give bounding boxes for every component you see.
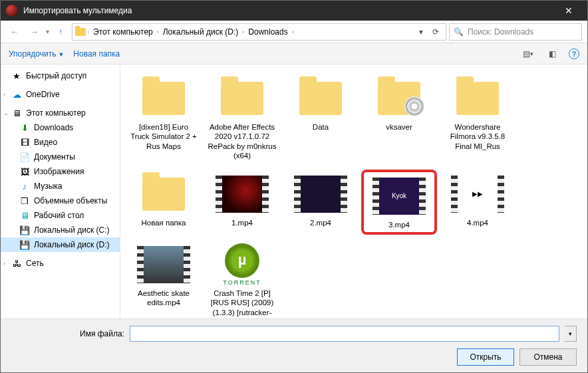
file-item-label: 4.mp4 — [467, 218, 488, 227]
sidebar-item-videos[interactable]: 🎞Видео — [1, 135, 120, 150]
file-item-label: Wondershare Filmora v9.3.5.8 Final MI_Ru… — [443, 122, 512, 151]
folder-icon — [372, 77, 426, 120]
chevron-right-icon[interactable]: › — [3, 91, 5, 98]
chevron-right-icon[interactable]: › — [3, 260, 5, 267]
file-item-label: Data — [313, 122, 329, 132]
file-item-label: [dixen18] Euro Truck Simulator 2 + Rus M… — [129, 122, 198, 151]
back-button[interactable]: ← — [6, 23, 23, 41]
sidebar-this-pc[interactable]: ⌄🖥Этот компьютер — [1, 106, 120, 120]
file-item[interactable]: 2.mp4 — [283, 170, 359, 235]
file-item[interactable]: Wondershare Filmora v9.3.5.8 Final MI_Ru… — [440, 74, 515, 164]
file-item-label: Aesthetic skate edits.mp4 — [129, 289, 198, 308]
folder-icon — [451, 77, 504, 120]
file-item[interactable]: [dixen18] Euro Truck Simulator 2 + Rus M… — [126, 74, 202, 164]
file-item[interactable]: ▶▶4.mp4 — [440, 170, 515, 235]
breadcrumb-segment[interactable]: Downloads — [245, 27, 290, 37]
music-icon: ♪ — [19, 181, 30, 191]
video-icon: 🎞 — [19, 137, 30, 148]
sidebar-onedrive[interactable]: ›☁OneDrive — [1, 87, 120, 102]
file-item-label: Crash Time 2 [P] [RUS RUS] (2009) (1.3.3… — [208, 289, 277, 318]
navigation-pane: ★Быстрый доступ ›☁OneDrive ⌄🖥Этот компью… — [1, 64, 120, 318]
sidebar-item-drive-c[interactable]: 💾Локальный диск (C:) — [1, 223, 120, 237]
chevron-right-icon: › — [292, 29, 294, 35]
breadcrumb-segment[interactable]: Этот компьютер — [90, 27, 156, 37]
download-icon: ⬇ — [19, 122, 30, 133]
up-button[interactable]: ↑ — [52, 23, 69, 41]
chevron-right-icon: › — [242, 29, 244, 35]
sidebar-item-drive-d[interactable]: 💾Локальный диск (D:) — [1, 237, 120, 252]
desktop-icon: 🖥 — [19, 210, 30, 221]
sidebar-item-music[interactable]: ♪Музыка — [1, 179, 120, 193]
search-box[interactable]: 🔍 Поиск: Downloads — [449, 23, 582, 41]
titlebar[interactable]: Импортировать мультимедиа ✕ — [1, 1, 587, 21]
close-button[interactable]: ✕ — [555, 5, 582, 16]
breadcrumb-segment[interactable]: Локальный диск (D:) — [160, 27, 241, 37]
folder-icon — [75, 28, 86, 36]
drive-icon: 💾 — [19, 225, 30, 235]
sidebar-item-downloads[interactable]: ⬇Downloads — [1, 120, 120, 135]
address-bar[interactable]: › Этот компьютер › Локальный диск (D:) ›… — [72, 23, 446, 41]
view-options-button[interactable]: ▤▾ — [521, 47, 535, 61]
picture-icon: 🖼 — [19, 166, 30, 177]
file-item-label: Adobe After Effects 2020 v17.1.0.72 RePa… — [208, 122, 277, 161]
video-thumbnail — [216, 173, 269, 215]
chevron-right-icon: › — [157, 29, 159, 35]
file-item[interactable]: Adobe After Effects 2020 v17.1.0.72 RePa… — [204, 74, 280, 164]
monitor-icon: 🖥 — [11, 108, 22, 118]
refresh-button[interactable]: ⟳ — [428, 27, 443, 37]
filename-label: Имя файла: — [11, 329, 124, 338]
file-item-label: vksaver — [386, 122, 412, 132]
search-placeholder: Поиск: Downloads — [468, 27, 533, 37]
file-item[interactable]: Новая папка — [126, 170, 202, 235]
help-button[interactable]: ? — [569, 49, 579, 59]
filename-dropdown[interactable]: ▾ — [565, 326, 577, 342]
sidebar-network[interactable]: ›🖧Сеть — [1, 256, 120, 271]
star-icon: ★ — [11, 70, 22, 81]
navigation-bar: ← → ▾ ↑ › Этот компьютер › Локальный дис… — [1, 21, 587, 43]
history-dropdown[interactable]: ▾ — [46, 28, 49, 35]
file-item-label: 1.mp4 — [231, 218, 253, 227]
video-thumbnail: ▶▶ — [451, 173, 504, 215]
app-icon — [6, 5, 18, 17]
sidebar-item-documents[interactable]: 📄Документы — [1, 150, 120, 164]
sidebar-item-desktop[interactable]: 🖥Рабочий стол — [1, 208, 120, 223]
file-item[interactable]: Data — [283, 74, 359, 164]
network-icon: 🖧 — [11, 258, 22, 269]
sidebar-item-3dobjects[interactable]: ❒Объемные объекты — [1, 193, 120, 208]
forward-button[interactable]: → — [26, 23, 43, 41]
filename-input[interactable] — [130, 326, 559, 342]
chevron-down-icon[interactable]: ⌄ — [3, 110, 9, 116]
torrent-icon: TORRENT — [216, 243, 269, 286]
folder-icon — [294, 77, 347, 120]
video-thumbnail: Kyok — [372, 175, 426, 217]
drive-icon: 💾 — [19, 239, 30, 250]
file-item[interactable]: TORRENTCrash Time 2 [P] [RUS RUS] (2009)… — [204, 240, 280, 318]
cloud-icon: ☁ — [11, 89, 22, 100]
file-item[interactable]: vksaver — [361, 74, 437, 164]
document-icon: 📄 — [19, 152, 30, 162]
file-item[interactable]: 1.mp4 — [204, 170, 280, 235]
new-folder-button[interactable]: Новая папка — [73, 49, 120, 59]
file-item-label: 2.mp4 — [310, 218, 331, 227]
file-dialog: Импортировать мультимедиа ✕ ← → ▾ ↑ › Эт… — [0, 0, 588, 373]
dialog-footer: Имя файла: ▾ Открыть Отмена — [1, 318, 587, 372]
video-thumbnail — [137, 243, 190, 286]
folder-icon — [137, 77, 190, 120]
cube-icon: ❒ — [19, 195, 30, 206]
sidebar-quick-access[interactable]: ★Быстрый доступ — [1, 68, 120, 83]
open-button[interactable]: Открыть — [457, 348, 514, 366]
organize-menu[interactable]: Упорядочить▼ — [9, 49, 64, 59]
file-list[interactable]: [dixen18] Euro Truck Simulator 2 + Rus M… — [120, 64, 587, 318]
file-item[interactable]: Aesthetic skate edits.mp4 — [126, 240, 202, 318]
cancel-button[interactable]: Отмена — [519, 348, 577, 366]
window-title: Импортировать мультимедиа — [23, 6, 555, 15]
search-icon: 🔍 — [454, 27, 464, 37]
file-item[interactable]: Kyok3.mp4 — [361, 170, 437, 235]
file-item-label: Новая папка — [141, 218, 186, 227]
folder-icon — [137, 173, 190, 215]
preview-pane-button[interactable]: ◧ — [545, 47, 559, 61]
folder-icon — [216, 77, 269, 120]
address-dropdown[interactable]: ▾ — [415, 27, 427, 37]
sidebar-item-pictures[interactable]: 🖼Изображения — [1, 164, 120, 179]
file-item-label: 3.mp4 — [388, 220, 410, 229]
